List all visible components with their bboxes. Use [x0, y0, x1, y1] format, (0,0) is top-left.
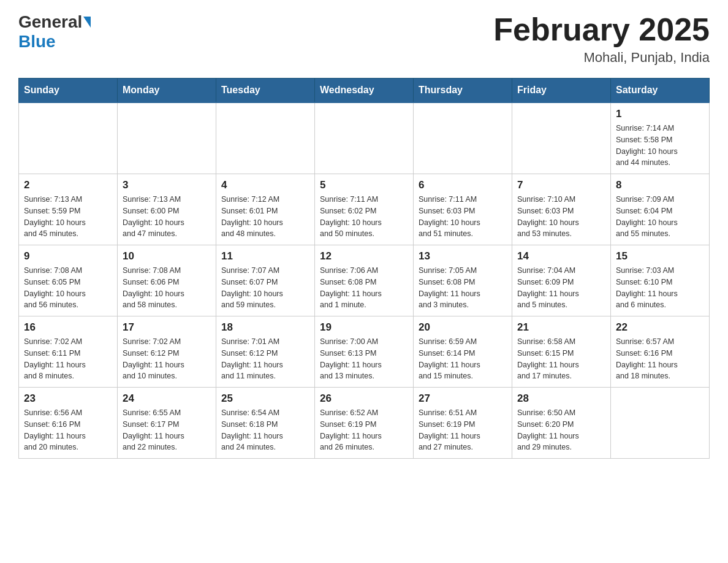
day-number: 2	[24, 179, 112, 191]
day-number: 8	[616, 179, 704, 191]
day-cell: 1Sunrise: 7:14 AM Sunset: 5:58 PM Daylig…	[611, 102, 710, 174]
day-number: 21	[517, 321, 605, 334]
day-number: 25	[221, 393, 309, 405]
day-cell: 12Sunrise: 7:06 AM Sunset: 6:08 PM Dayli…	[315, 245, 414, 316]
day-info: Sunrise: 7:07 AM Sunset: 6:07 PM Dayligh…	[221, 265, 309, 311]
week-row-4: 23Sunrise: 6:56 AM Sunset: 6:16 PM Dayli…	[19, 388, 710, 459]
day-number: 28	[517, 393, 605, 405]
day-cell: 19Sunrise: 7:00 AM Sunset: 6:13 PM Dayli…	[315, 316, 414, 388]
calendar-table: SundayMondayTuesdayWednesdayThursdayFrid…	[18, 78, 710, 459]
logo: General Blue	[18, 12, 91, 52]
day-info: Sunrise: 7:04 AM Sunset: 6:09 PM Dayligh…	[517, 265, 605, 311]
day-cell: 18Sunrise: 7:01 AM Sunset: 6:12 PM Dayli…	[216, 316, 315, 388]
day-number: 26	[320, 393, 408, 405]
day-info: Sunrise: 7:08 AM Sunset: 6:06 PM Dayligh…	[123, 265, 211, 311]
day-info: Sunrise: 7:14 AM Sunset: 5:58 PM Dayligh…	[616, 123, 704, 169]
day-number: 23	[24, 393, 112, 405]
week-row-1: 2Sunrise: 7:13 AM Sunset: 5:59 PM Daylig…	[19, 174, 710, 245]
day-cell	[19, 102, 118, 174]
day-info: Sunrise: 6:58 AM Sunset: 6:15 PM Dayligh…	[517, 336, 605, 382]
day-info: Sunrise: 6:52 AM Sunset: 6:19 PM Dayligh…	[320, 407, 408, 453]
day-info: Sunrise: 7:01 AM Sunset: 6:12 PM Dayligh…	[221, 336, 309, 382]
day-cell: 3Sunrise: 7:13 AM Sunset: 6:00 PM Daylig…	[118, 174, 216, 245]
day-number: 22	[616, 321, 704, 334]
day-number: 1	[616, 108, 704, 120]
day-cell: 15Sunrise: 7:03 AM Sunset: 6:10 PM Dayli…	[611, 245, 710, 316]
day-info: Sunrise: 7:12 AM Sunset: 6:01 PM Dayligh…	[221, 194, 309, 240]
weekday-header-sunday: Sunday	[19, 79, 118, 103]
day-info: Sunrise: 7:02 AM Sunset: 6:12 PM Dayligh…	[123, 336, 211, 382]
day-cell: 14Sunrise: 7:04 AM Sunset: 6:09 PM Dayli…	[512, 245, 611, 316]
logo-blue: Blue	[18, 32, 56, 52]
weekday-header-monday: Monday	[118, 79, 216, 103]
day-number: 6	[419, 179, 507, 191]
day-cell: 16Sunrise: 7:02 AM Sunset: 6:11 PM Dayli…	[19, 316, 118, 388]
day-cell: 27Sunrise: 6:51 AM Sunset: 6:19 PM Dayli…	[414, 388, 512, 459]
day-cell: 10Sunrise: 7:08 AM Sunset: 6:06 PM Dayli…	[118, 245, 216, 316]
day-number: 16	[24, 321, 112, 334]
day-number: 15	[616, 250, 704, 262]
day-cell	[118, 102, 216, 174]
day-number: 24	[123, 393, 211, 405]
day-cell: 9Sunrise: 7:08 AM Sunset: 6:05 PM Daylig…	[19, 245, 118, 316]
week-row-2: 9Sunrise: 7:08 AM Sunset: 6:05 PM Daylig…	[19, 245, 710, 316]
day-info: Sunrise: 7:11 AM Sunset: 6:03 PM Dayligh…	[419, 194, 507, 240]
day-cell: 6Sunrise: 7:11 AM Sunset: 6:03 PM Daylig…	[414, 174, 512, 245]
day-cell: 17Sunrise: 7:02 AM Sunset: 6:12 PM Dayli…	[118, 316, 216, 388]
day-info: Sunrise: 7:11 AM Sunset: 6:02 PM Dayligh…	[320, 194, 408, 240]
day-number: 9	[24, 250, 112, 262]
day-number: 19	[320, 321, 408, 334]
day-cell	[611, 388, 710, 459]
page-header: General Blue February 2025 Mohali, Punja…	[18, 12, 710, 66]
day-cell: 24Sunrise: 6:55 AM Sunset: 6:17 PM Dayli…	[118, 388, 216, 459]
day-number: 20	[419, 321, 507, 334]
day-number: 11	[221, 250, 309, 262]
weekday-header-row: SundayMondayTuesdayWednesdayThursdayFrid…	[19, 79, 710, 103]
day-cell: 20Sunrise: 6:59 AM Sunset: 6:14 PM Dayli…	[414, 316, 512, 388]
day-number: 17	[123, 321, 211, 334]
day-info: Sunrise: 6:59 AM Sunset: 6:14 PM Dayligh…	[419, 336, 507, 382]
day-number: 12	[320, 250, 408, 262]
day-info: Sunrise: 7:00 AM Sunset: 6:13 PM Dayligh…	[320, 336, 408, 382]
day-info: Sunrise: 6:57 AM Sunset: 6:16 PM Dayligh…	[616, 336, 704, 382]
day-number: 4	[221, 179, 309, 191]
day-cell: 7Sunrise: 7:10 AM Sunset: 6:03 PM Daylig…	[512, 174, 611, 245]
day-cell: 25Sunrise: 6:54 AM Sunset: 6:18 PM Dayli…	[216, 388, 315, 459]
day-cell: 4Sunrise: 7:12 AM Sunset: 6:01 PM Daylig…	[216, 174, 315, 245]
day-info: Sunrise: 7:13 AM Sunset: 5:59 PM Dayligh…	[24, 194, 112, 240]
day-cell	[315, 102, 414, 174]
calendar-subtitle: Mohali, Punjab, India	[493, 50, 710, 66]
weekday-header-saturday: Saturday	[611, 79, 710, 103]
title-block: February 2025 Mohali, Punjab, India	[493, 12, 710, 66]
day-cell: 28Sunrise: 6:50 AM Sunset: 6:20 PM Dayli…	[512, 388, 611, 459]
day-info: Sunrise: 7:10 AM Sunset: 6:03 PM Dayligh…	[517, 194, 605, 240]
day-number: 10	[123, 250, 211, 262]
logo-arrow-icon	[83, 17, 91, 28]
day-number: 3	[123, 179, 211, 191]
day-cell	[216, 102, 315, 174]
weekday-header-tuesday: Tuesday	[216, 79, 315, 103]
day-info: Sunrise: 7:09 AM Sunset: 6:04 PM Dayligh…	[616, 194, 704, 240]
week-row-0: 1Sunrise: 7:14 AM Sunset: 5:58 PM Daylig…	[19, 102, 710, 174]
day-info: Sunrise: 7:06 AM Sunset: 6:08 PM Dayligh…	[320, 265, 408, 311]
day-cell: 23Sunrise: 6:56 AM Sunset: 6:16 PM Dayli…	[19, 388, 118, 459]
day-number: 7	[517, 179, 605, 191]
weekday-header-thursday: Thursday	[414, 79, 512, 103]
weekday-header-friday: Friday	[512, 79, 611, 103]
calendar-title: February 2025	[493, 12, 710, 47]
day-cell: 2Sunrise: 7:13 AM Sunset: 5:59 PM Daylig…	[19, 174, 118, 245]
day-cell: 8Sunrise: 7:09 AM Sunset: 6:04 PM Daylig…	[611, 174, 710, 245]
day-cell: 11Sunrise: 7:07 AM Sunset: 6:07 PM Dayli…	[216, 245, 315, 316]
day-number: 14	[517, 250, 605, 262]
day-number: 18	[221, 321, 309, 334]
day-number: 27	[419, 393, 507, 405]
day-info: Sunrise: 7:02 AM Sunset: 6:11 PM Dayligh…	[24, 336, 112, 382]
day-number: 5	[320, 179, 408, 191]
day-info: Sunrise: 6:50 AM Sunset: 6:20 PM Dayligh…	[517, 407, 605, 453]
day-info: Sunrise: 7:03 AM Sunset: 6:10 PM Dayligh…	[616, 265, 704, 311]
day-info: Sunrise: 6:55 AM Sunset: 6:17 PM Dayligh…	[123, 407, 211, 453]
logo-general: General	[18, 12, 82, 32]
day-info: Sunrise: 7:13 AM Sunset: 6:00 PM Dayligh…	[123, 194, 211, 240]
day-info: Sunrise: 7:08 AM Sunset: 6:05 PM Dayligh…	[24, 265, 112, 311]
day-cell	[414, 102, 512, 174]
